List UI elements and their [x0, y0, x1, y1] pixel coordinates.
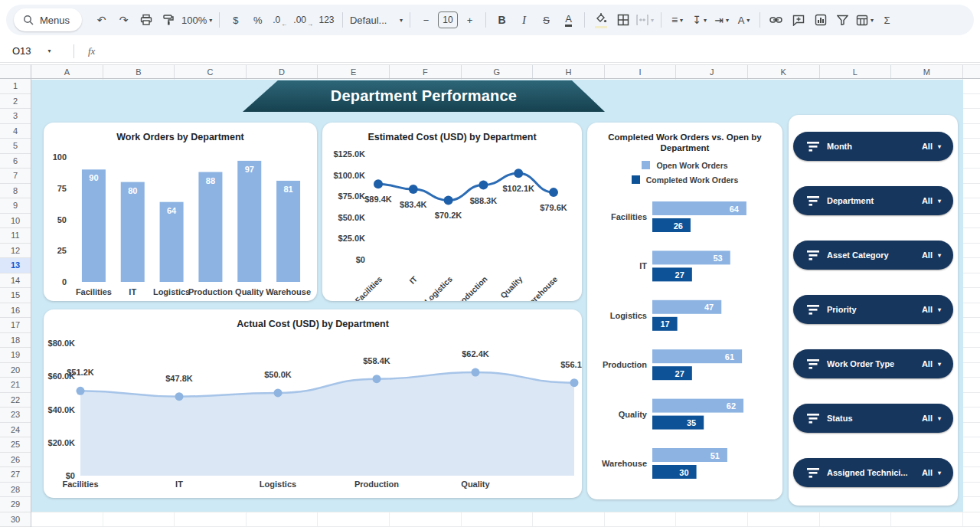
borders-button[interactable] — [612, 9, 633, 31]
column-header-K[interactable]: K — [748, 65, 820, 78]
row-header-18[interactable]: 18 — [0, 333, 31, 349]
svg-text:$125.0K: $125.0K — [333, 149, 365, 159]
zoom-select[interactable]: 100% ▾ — [180, 9, 214, 31]
increase-font-size-button[interactable]: + — [459, 9, 480, 31]
row-header-4[interactable]: 4 — [0, 124, 31, 139]
column-header-L[interactable]: L — [820, 65, 892, 78]
row-header-6[interactable]: 6 — [0, 154, 31, 169]
column-header-C[interactable]: C — [175, 65, 247, 78]
more-formats-button[interactable]: 123 — [316, 9, 337, 31]
slicer-assigned-technici[interactable]: Assigned Technici... All ▾ — [793, 458, 953, 487]
row-header-21[interactable]: 21 — [0, 378, 31, 393]
merge-cells-button[interactable]: ▾ — [635, 9, 655, 31]
row-header-28[interactable]: 28 — [0, 483, 31, 498]
format-currency-button[interactable]: $ — [225, 9, 246, 31]
svg-text:75: 75 — [57, 184, 67, 193]
slicer-department[interactable]: Department All ▾ — [793, 186, 953, 215]
dashboard-banner[interactable]: Department Performance — [243, 80, 605, 112]
table-tools-button[interactable]: ▾ — [854, 9, 875, 31]
row-header-25[interactable]: 25 — [0, 437, 31, 453]
svg-text:$80.0K: $80.0K — [48, 339, 76, 348]
svg-text:Logistics: Logistics — [610, 311, 647, 320]
text-wrap-button[interactable]: ⇥ ▾ — [711, 9, 732, 31]
page-title: Department Performance — [331, 87, 517, 105]
row-header-16[interactable]: 16 — [0, 303, 31, 319]
row-header-26[interactable]: 26 — [0, 453, 31, 468]
font-size-input[interactable]: 10 — [438, 11, 458, 28]
chart-title: Completed Work Orders vs. Open by Depart… — [602, 123, 769, 153]
horizontal-align-button[interactable]: ≡ ▾ — [667, 9, 688, 31]
row-header-3[interactable]: 3 — [0, 109, 31, 124]
menus-button[interactable]: Menus — [14, 8, 82, 31]
format-percent-button[interactable]: % — [247, 9, 268, 31]
create-filter-button[interactable] — [832, 9, 853, 31]
row-header-29[interactable]: 29 — [0, 497, 31, 512]
font-family-select[interactable]: Defaul... ▾ — [348, 9, 404, 31]
vertical-align-button[interactable]: ↧ ▾ — [689, 9, 710, 31]
italic-button[interactable]: I — [514, 9, 534, 31]
row-header-30[interactable]: 30 — [0, 512, 31, 527]
row-header-14[interactable]: 14 — [0, 273, 31, 289]
row-header-24[interactable]: 24 — [0, 423, 31, 438]
decrease-decimal-button[interactable]: .0 ← — [270, 9, 290, 31]
column-header-D[interactable]: D — [247, 65, 318, 78]
formula-input[interactable] — [95, 40, 980, 62]
row-header-23[interactable]: 23 — [0, 408, 31, 423]
column-header-J[interactable]: J — [676, 65, 748, 78]
column-header-M[interactable]: M — [891, 65, 963, 78]
column-header-A[interactable]: A — [31, 65, 103, 78]
toolbar: Menus ↶ ↷ 100% ▾ $ % .0 ← — [6, 5, 974, 35]
estimated-cost-line-chart[interactable]: $0$25.0K$50.0K$75.0K$100.0K$125.0K$89.4K… — [322, 148, 582, 301]
column-header-G[interactable]: G — [462, 65, 534, 78]
functions-button[interactable]: Σ — [877, 9, 897, 31]
slicer-month[interactable]: Month All ▾ — [793, 132, 953, 161]
actual-cost-area-chart[interactable]: $0$20.0K$40.0K$60.0K$80.0K$51.2KFaciliti… — [44, 337, 582, 498]
row-header-10[interactable]: 10 — [0, 214, 31, 229]
slicer-asset-category[interactable]: Asset Category All ▾ — [793, 241, 953, 270]
slicer-value: All — [922, 414, 933, 423]
work-orders-bar-chart[interactable]: 100755025090Facilities80IT64Logistics88P… — [44, 148, 317, 301]
row-header-19[interactable]: 19 — [0, 348, 31, 363]
increase-decimal-button[interactable]: .00 → — [292, 9, 315, 31]
slicer-work-order-type[interactable]: Work Order Type All ▾ — [793, 349, 953, 378]
insert-chart-button[interactable] — [810, 9, 831, 31]
slicer-priority[interactable]: Priority All ▾ — [793, 295, 953, 324]
row-header-12[interactable]: 12 — [0, 244, 31, 259]
column-header-H[interactable]: H — [533, 65, 605, 78]
row-header-20[interactable]: 20 — [0, 363, 31, 378]
column-header-I[interactable]: I — [605, 65, 677, 78]
column-header-B[interactable]: B — [103, 65, 175, 78]
insert-comment-button[interactable] — [788, 9, 808, 31]
row-header-1[interactable]: 1 — [0, 79, 31, 94]
redo-button[interactable]: ↷ — [113, 9, 134, 31]
row-header-13[interactable]: 13 — [0, 258, 31, 273]
undo-button[interactable]: ↶ — [91, 9, 112, 31]
row-header-22[interactable]: 22 — [0, 393, 31, 408]
print-button[interactable] — [136, 9, 156, 31]
row-header-9[interactable]: 9 — [0, 198, 31, 214]
fill-color-button[interactable] — [590, 9, 611, 31]
chevron-down-icon: ▾ — [938, 143, 941, 150]
row-header-7[interactable]: 7 — [0, 169, 31, 184]
row-header-11[interactable]: 11 — [0, 228, 31, 244]
row-header-17[interactable]: 17 — [0, 318, 31, 333]
text-color-button[interactable]: A — [558, 9, 579, 31]
text-rotation-button[interactable]: A ▾ — [733, 9, 754, 31]
name-box[interactable]: O13 ▾ — [0, 45, 66, 57]
row-header-5[interactable]: 5 — [0, 139, 31, 154]
column-header-F[interactable]: F — [390, 65, 462, 78]
row-header-15[interactable]: 15 — [0, 288, 31, 303]
row-header-2[interactable]: 2 — [0, 94, 31, 110]
row-header-27[interactable]: 27 — [0, 467, 31, 483]
strikethrough-button[interactable]: S — [536, 9, 557, 31]
completed-vs-open-hbar-chart[interactable]: Facilities6426IT5327Logistics4717Product… — [587, 187, 782, 499]
paint-format-button[interactable] — [158, 9, 178, 31]
slicer-status[interactable]: Status All ▾ — [793, 404, 953, 433]
svg-text:$62.4K: $62.4K — [462, 349, 489, 358]
column-header-E[interactable]: E — [318, 65, 390, 78]
bold-button[interactable]: B — [492, 9, 512, 31]
insert-link-button[interactable] — [766, 9, 786, 31]
select-all-corner[interactable] — [0, 64, 31, 79]
row-header-8[interactable]: 8 — [0, 184, 31, 199]
decrease-font-size-button[interactable]: − — [416, 9, 436, 31]
